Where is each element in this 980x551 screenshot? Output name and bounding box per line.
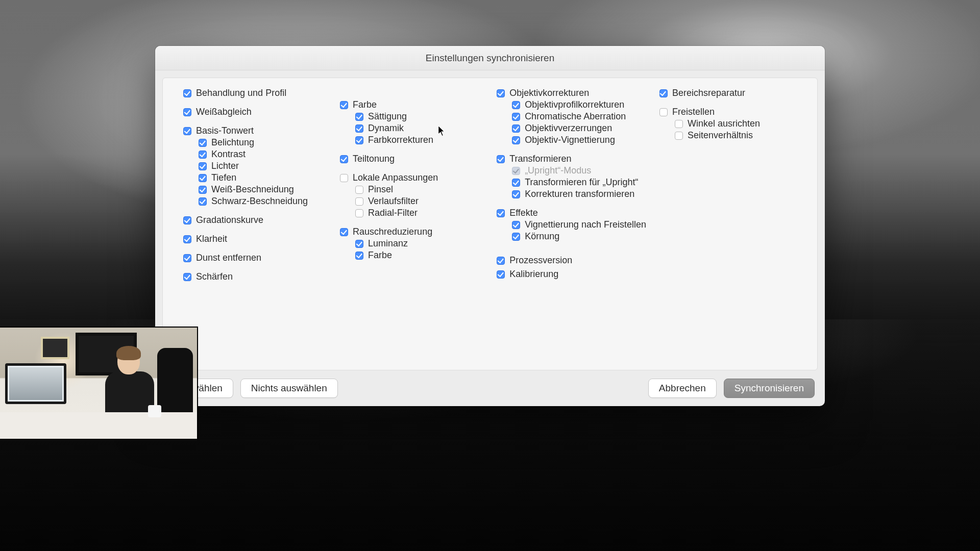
checkbox-process[interactable] (497, 257, 505, 265)
label-dehaze: Dunst entfernen (196, 253, 261, 263)
label-transform-adjust: Korrekturen transformieren (525, 189, 634, 199)
label-postcrop-vignette: Vignettierung nach Freistellen (525, 219, 646, 230)
checkbox-noise[interactable] (340, 228, 348, 236)
webcam-overlay (0, 327, 198, 439)
label-chromatic: Chromatische Aberration (525, 111, 626, 122)
label-exposure: Belichtung (211, 137, 254, 148)
label-upright-transform: Transformieren für „Upright“ (525, 177, 638, 188)
checkbox-shadows[interactable] (199, 174, 207, 182)
label-highlights: Lichter (211, 161, 239, 171)
label-coloradjust: Farbkorrekturen (368, 135, 433, 145)
checkbox-dehaze[interactable] (183, 254, 191, 262)
label-black-clip: Schwarz-Beschneidung (211, 196, 308, 207)
checkbox-upright-mode (512, 167, 520, 175)
column-2: Farbe Sättigung Dynamik Farbkorrekturen … (340, 87, 483, 361)
checkbox-whitebalance[interactable] (183, 108, 191, 116)
label-treatment: Behandlung und Profil (196, 88, 286, 98)
label-white-clip: Weiß-Beschneidung (211, 184, 294, 195)
column-3: Objektivkorrekturen Objektivprofilkorrek… (497, 87, 646, 361)
checkbox-postcrop-vignette[interactable] (512, 221, 520, 229)
checkbox-upright-transform[interactable] (512, 179, 520, 187)
checkbox-distortion[interactable] (512, 124, 520, 133)
checkbox-radial[interactable] (355, 209, 363, 217)
label-upright-mode: „Upright“-Modus (525, 165, 591, 176)
label-whitebalance: Weißabgleich (196, 107, 252, 117)
checkbox-spot[interactable] (659, 89, 668, 97)
checkbox-clarity[interactable] (183, 235, 191, 243)
label-shadows: Tiefen (211, 172, 236, 183)
label-straighten: Winkel ausrichten (688, 118, 760, 129)
column-1: Behandlung und Profil Weißabgleich Basis… (183, 87, 327, 361)
checkbox-transform-adjust[interactable] (512, 190, 520, 198)
column-4: Bereichsreparatur Freistellen Winkel aus… (659, 87, 803, 361)
checkbox-luminance[interactable] (355, 240, 363, 248)
label-vibrance: Dynamik (368, 123, 404, 134)
checkbox-contrast[interactable] (199, 151, 207, 159)
label-noise-color: Farbe (368, 250, 392, 261)
checkbox-lens[interactable] (497, 89, 505, 97)
checkbox-chromatic[interactable] (512, 113, 520, 121)
checkbox-basic[interactable] (183, 127, 191, 135)
checkbox-crop[interactable] (659, 108, 668, 116)
label-basic: Basis-Tonwert (196, 126, 254, 136)
label-vignetting: Objektiv-Vignettierung (525, 135, 615, 145)
label-brush: Pinsel (368, 184, 393, 195)
checkbox-treatment[interactable] (183, 89, 191, 97)
label-effects: Effekte (509, 208, 538, 218)
checkbox-vibrance[interactable] (355, 124, 363, 133)
label-aspect: Seitenverhältnis (688, 130, 753, 141)
dialog-footer: auswählen Nichts auswählen Abbrechen Syn… (155, 370, 825, 406)
label-tonecurve: Gradationskurve (196, 215, 263, 226)
select-none-button[interactable]: Nichts auswählen (240, 379, 338, 398)
label-lensprofile: Objektivprofilkorrekturen (525, 99, 624, 110)
label-lens: Objektivkorrekturen (509, 88, 589, 98)
label-color: Farbe (353, 99, 377, 110)
label-calibration: Kalibrierung (509, 269, 558, 280)
options-panel: Behandlung und Profil Weißabgleich Basis… (162, 78, 818, 370)
label-sharpen: Schärfen (196, 271, 233, 282)
checkbox-aspect[interactable] (675, 132, 683, 140)
checkbox-grain[interactable] (512, 233, 520, 241)
checkbox-highlights[interactable] (199, 162, 207, 170)
checkbox-calibration[interactable] (497, 270, 505, 279)
checkbox-saturation[interactable] (355, 113, 363, 121)
label-radial: Radial-Filter (368, 208, 418, 218)
label-saturation: Sättigung (368, 111, 407, 122)
checkbox-effects[interactable] (497, 209, 505, 217)
label-crop: Freistellen (672, 107, 715, 117)
checkbox-exposure[interactable] (199, 139, 207, 147)
label-transform: Transformieren (509, 154, 571, 164)
label-luminance: Luminanz (368, 238, 408, 249)
checkbox-white-clip[interactable] (199, 186, 207, 194)
label-process: Prozessversion (509, 255, 572, 266)
checkbox-local[interactable] (340, 174, 348, 182)
label-spot: Bereichsreparatur (672, 88, 745, 98)
checkbox-vignetting[interactable] (512, 136, 520, 144)
label-clarity: Klarheit (196, 234, 227, 244)
checkbox-sharpen[interactable] (183, 273, 191, 281)
checkbox-straighten[interactable] (675, 120, 683, 128)
synchronize-button[interactable]: Synchronisieren (724, 379, 815, 398)
checkbox-coloradjust[interactable] (355, 136, 363, 144)
label-graduated: Verlaufsfilter (368, 196, 419, 207)
checkbox-transform[interactable] (497, 155, 505, 163)
checkbox-splittoning[interactable] (340, 155, 348, 163)
checkbox-graduated[interactable] (355, 197, 363, 206)
checkbox-brush[interactable] (355, 186, 363, 194)
checkbox-noise-color[interactable] (355, 252, 363, 260)
cancel-button[interactable]: Abbrechen (648, 379, 717, 398)
label-contrast: Kontrast (211, 149, 246, 160)
label-distortion: Objektivverzerrungen (525, 123, 612, 134)
checkbox-tonecurve[interactable] (183, 216, 191, 224)
checkbox-black-clip[interactable] (199, 197, 207, 206)
label-grain: Körnung (525, 231, 559, 242)
label-splittoning: Teiltonung (353, 154, 395, 164)
label-local: Lokale Anpassungen (353, 172, 438, 183)
checkbox-lensprofile[interactable] (512, 101, 520, 109)
dialog-title: Einstellungen synchronisieren (155, 46, 825, 70)
label-noise: Rauschreduzierung (353, 227, 432, 237)
checkbox-color[interactable] (340, 101, 348, 109)
sync-settings-dialog: Einstellungen synchronisieren Behandlung… (155, 46, 825, 406)
